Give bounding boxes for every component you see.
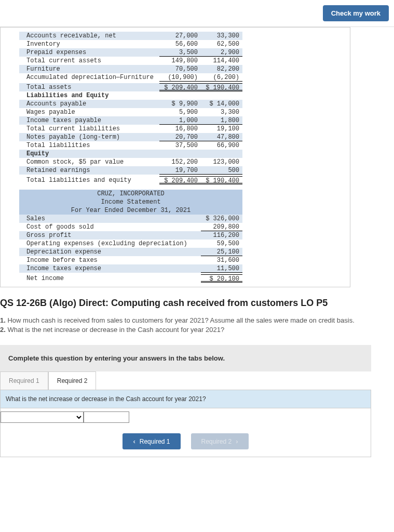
financial-row: Sales$ 326,000	[19, 215, 242, 223]
question-2-text: What is the net increase or decrease in …	[6, 326, 224, 334]
next-button[interactable]: Required 2 ›	[191, 433, 249, 449]
row-value-2: 2,900	[201, 48, 242, 57]
row-label: Furniture	[19, 65, 159, 73]
income-statement-header: CRUZ, INCORPORATED Income Statement For …	[19, 190, 242, 215]
row-label: Total current assets	[19, 57, 159, 65]
row-value-1: 209,800	[201, 223, 242, 231]
row-label: Depreciation expense	[19, 248, 201, 256]
complete-banner: Complete this question by entering your …	[0, 345, 371, 371]
row-label: Inventory	[19, 40, 159, 48]
row-value-2	[201, 150, 242, 158]
row-value-1: (10,900)	[159, 73, 201, 82]
check-my-work-button[interactable]: Check my work	[323, 5, 389, 21]
row-value-1: 116,200	[201, 231, 242, 240]
row-value-2: $ 190,400	[201, 176, 242, 184]
financial-row: Total current liabilities16,80019,100	[19, 125, 242, 133]
balance-sheet-table: Accounts receivable, net27,00033,300Inve…	[19, 32, 242, 184]
row-value-1: 5,900	[159, 108, 201, 116]
row-value-2: 19,100	[201, 125, 242, 133]
financial-row: Accounts receivable, net27,00033,300	[19, 32, 242, 40]
tab-required-2[interactable]: Required 2	[48, 371, 97, 390]
row-value-1: 20,700	[159, 133, 201, 141]
question-2: 2. What is the net increase or decrease …	[0, 325, 394, 335]
row-label: Cost of goods sold	[19, 223, 201, 231]
income-statement-table: Sales$ 326,000Cost of goods sold209,800G…	[19, 215, 242, 283]
row-label: Prepaid expenses	[19, 48, 159, 57]
financial-row: Total liabilities37,50066,900	[19, 141, 242, 150]
row-value-2: 82,200	[201, 65, 242, 73]
financial-row: Operating expenses (excluding depreciati…	[19, 240, 242, 248]
financial-row: Total liabilities and equity$ 209,400$ 1…	[19, 176, 242, 184]
row-label: Accounts payable	[19, 100, 159, 108]
financial-row: Income taxes expense11,500	[19, 264, 242, 273]
row-label: Accumulated depreciation—Furniture	[19, 73, 159, 82]
row-label: Common stock, $5 par value	[19, 158, 159, 166]
row-label: Income before taxes	[19, 256, 201, 264]
row-value-1: $ 20,100	[201, 274, 242, 283]
question-1-text: How much cash is received from sales to …	[6, 316, 355, 324]
row-label: Notes payable (long-term)	[19, 133, 159, 141]
row-label: Total current liabilities	[19, 125, 159, 133]
row-value-1: 152,200	[159, 158, 201, 166]
row-value-1: $ 209,400	[159, 83, 201, 91]
row-value-2: 500	[201, 166, 242, 175]
row-value-1: 19,700	[159, 166, 201, 175]
row-value-2: 62,500	[201, 40, 242, 48]
question-title: QS 12-26B (Algo) Direct: Computing cash …	[0, 298, 394, 309]
tab-required-1[interactable]: Required 1	[0, 371, 48, 390]
row-value-1: 37,500	[159, 141, 201, 150]
row-value-2: 1,800	[201, 116, 242, 125]
financial-row: Depreciation expense25,100	[19, 248, 242, 256]
financial-row: Accounts payable$ 9,900$ 14,000	[19, 100, 242, 108]
row-value-1: 11,500	[201, 264, 242, 273]
row-value-2: 114,400	[201, 57, 242, 65]
row-value-1: 1,000	[159, 116, 201, 125]
answer-input-row	[1, 408, 371, 426]
nav-buttons: ‹ Required 1 Required 2 ›	[1, 426, 371, 457]
row-label: Total liabilities	[19, 141, 159, 150]
financial-row: Gross profit116,200	[19, 231, 242, 240]
income-header-title: Income Statement	[19, 198, 242, 206]
tab-content: What is the net increase or decrease in …	[0, 390, 371, 457]
row-label: Retained earnings	[19, 166, 159, 175]
row-label: Gross profit	[19, 231, 201, 240]
row-label: Total assets	[19, 83, 159, 91]
financial-statements-panel: Accounts receivable, net27,00033,300Inve…	[0, 27, 350, 287]
financial-row: Net income$ 20,100	[19, 274, 242, 283]
prev-button[interactable]: ‹ Required 1	[123, 433, 180, 449]
row-value-1: 59,500	[201, 240, 242, 248]
row-label: Total liabilities and equity	[19, 176, 159, 184]
financial-row: Total current assets149,800114,400	[19, 57, 242, 65]
chevron-right-icon: ›	[236, 437, 238, 445]
financial-row: Income before taxes31,600	[19, 256, 242, 264]
row-label: Equity	[19, 150, 159, 158]
row-value-1: 16,800	[159, 125, 201, 133]
row-label: Income taxes expense	[19, 264, 201, 273]
financial-row: Furniture70,50082,200	[19, 65, 242, 73]
row-value-1: $ 9,900	[159, 100, 201, 108]
row-value-1: 3,500	[159, 48, 201, 57]
financial-row: Total assets$ 209,400$ 190,400	[19, 83, 242, 91]
row-label: Accounts receivable, net	[19, 32, 159, 40]
row-value-2: 33,300	[201, 32, 242, 40]
row-label: Liabilities and Equity	[19, 91, 159, 100]
question-1-prefix: 1.	[0, 316, 6, 324]
financial-row: Wages payable5,9003,300	[19, 108, 242, 116]
financial-row: Notes payable (long-term)20,70047,800	[19, 133, 242, 141]
financial-row: Equity	[19, 150, 242, 158]
answer-amount-input[interactable]	[84, 411, 129, 423]
financial-row: Cost of goods sold209,800	[19, 223, 242, 231]
financial-row: Accumulated depreciation—Furniture(10,90…	[19, 73, 242, 82]
question-2-prefix: 2.	[0, 326, 6, 334]
row-value-2: $ 14,000	[201, 100, 242, 108]
tabs: Required 1 Required 2	[0, 371, 371, 390]
row-value-1: 25,100	[201, 248, 242, 256]
income-header-period: For Year Ended December 31, 2021	[19, 206, 242, 215]
financial-row: Inventory56,60062,500	[19, 40, 242, 48]
question-1: 1. How much cash is received from sales …	[0, 316, 394, 325]
income-header-company: CRUZ, INCORPORATED	[19, 190, 242, 198]
answer-select[interactable]	[1, 411, 84, 423]
financial-row: Income taxes payable1,0001,800	[19, 116, 242, 125]
financial-row: Liabilities and Equity	[19, 91, 242, 100]
row-value-1	[159, 150, 201, 158]
